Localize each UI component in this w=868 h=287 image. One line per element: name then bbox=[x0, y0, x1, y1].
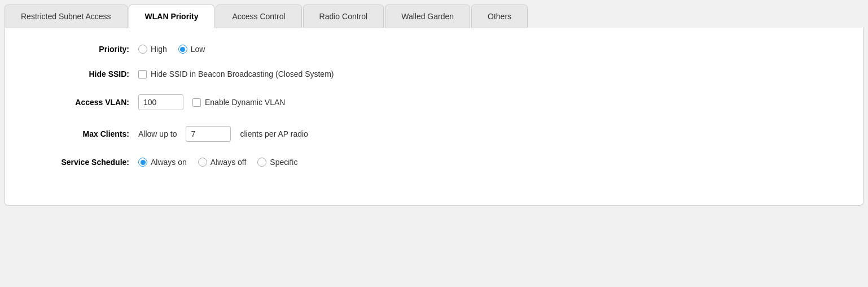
priority-label: Priority: bbox=[28, 45, 129, 54]
schedule-specific-option[interactable]: Specific bbox=[257, 158, 297, 167]
access-vlan-label: Access VLAN: bbox=[28, 98, 129, 107]
service-schedule-controls: Always on Always off Specific bbox=[138, 158, 297, 167]
priority-low-radio[interactable] bbox=[178, 45, 187, 54]
access-vlan-input[interactable] bbox=[138, 94, 183, 110]
schedule-always-off-option[interactable]: Always off bbox=[198, 158, 247, 167]
hide-ssid-checkbox-label[interactable]: Hide SSID in Beacon Broadcasting (Closed… bbox=[138, 69, 334, 79]
access-vlan-controls: Enable Dynamic VLAN bbox=[138, 94, 285, 110]
schedule-specific-label: Specific bbox=[270, 158, 297, 167]
priority-high-label: High bbox=[151, 45, 167, 54]
max-clients-controls: Allow up to clients per AP radio bbox=[138, 126, 308, 142]
page-wrapper: Restricted Subnet Access WLAN Priority A… bbox=[0, 0, 868, 210]
schedule-always-on-radio[interactable] bbox=[138, 158, 147, 167]
max-clients-input[interactable] bbox=[186, 126, 231, 142]
hide-ssid-checkbox[interactable] bbox=[138, 70, 147, 79]
service-schedule-row: Service Schedule: Always on Always off S… bbox=[28, 158, 840, 167]
hide-ssid-controls: Hide SSID in Beacon Broadcasting (Closed… bbox=[138, 69, 334, 79]
service-schedule-label: Service Schedule: bbox=[28, 158, 129, 167]
priority-high-radio[interactable] bbox=[138, 45, 147, 54]
tab-restricted-subnet-access[interactable]: Restricted Subnet Access bbox=[5, 5, 128, 28]
content-panel: Priority: High Low Hide SSID: Hide SSID … bbox=[5, 28, 863, 206]
dynamic-vlan-text: Enable Dynamic VLAN bbox=[205, 98, 285, 107]
tab-radio-control[interactable]: Radio Control bbox=[303, 5, 384, 28]
max-clients-row: Max Clients: Allow up to clients per AP … bbox=[28, 126, 840, 142]
hide-ssid-text: Hide SSID in Beacon Broadcasting (Closed… bbox=[151, 69, 334, 79]
tab-access-control[interactable]: Access Control bbox=[216, 5, 301, 28]
schedule-always-on-label: Always on bbox=[151, 158, 187, 167]
access-vlan-row: Access VLAN: Enable Dynamic VLAN bbox=[28, 94, 840, 110]
schedule-always-off-radio[interactable] bbox=[198, 158, 207, 167]
schedule-always-on-option[interactable]: Always on bbox=[138, 158, 187, 167]
priority-high-option[interactable]: High bbox=[138, 45, 167, 54]
priority-row: Priority: High Low bbox=[28, 45, 840, 54]
hide-ssid-row: Hide SSID: Hide SSID in Beacon Broadcast… bbox=[28, 69, 840, 79]
hide-ssid-label: Hide SSID: bbox=[28, 69, 129, 79]
tab-wlan-priority[interactable]: WLAN Priority bbox=[129, 5, 215, 28]
dynamic-vlan-checkbox[interactable] bbox=[192, 98, 201, 107]
max-clients-suffix: clients per AP radio bbox=[240, 129, 308, 138]
priority-low-option[interactable]: Low bbox=[178, 45, 205, 54]
max-clients-prefix: Allow up to bbox=[138, 129, 177, 138]
schedule-specific-radio[interactable] bbox=[257, 158, 266, 167]
tabs-container: Restricted Subnet Access WLAN Priority A… bbox=[5, 5, 863, 28]
tab-walled-garden[interactable]: Walled Garden bbox=[385, 5, 470, 28]
priority-low-label: Low bbox=[191, 45, 205, 54]
schedule-always-off-label: Always off bbox=[211, 158, 247, 167]
dynamic-vlan-checkbox-label[interactable]: Enable Dynamic VLAN bbox=[192, 98, 285, 107]
priority-controls: High Low bbox=[138, 45, 205, 54]
tab-others[interactable]: Others bbox=[471, 5, 528, 28]
max-clients-label: Max Clients: bbox=[28, 129, 129, 138]
